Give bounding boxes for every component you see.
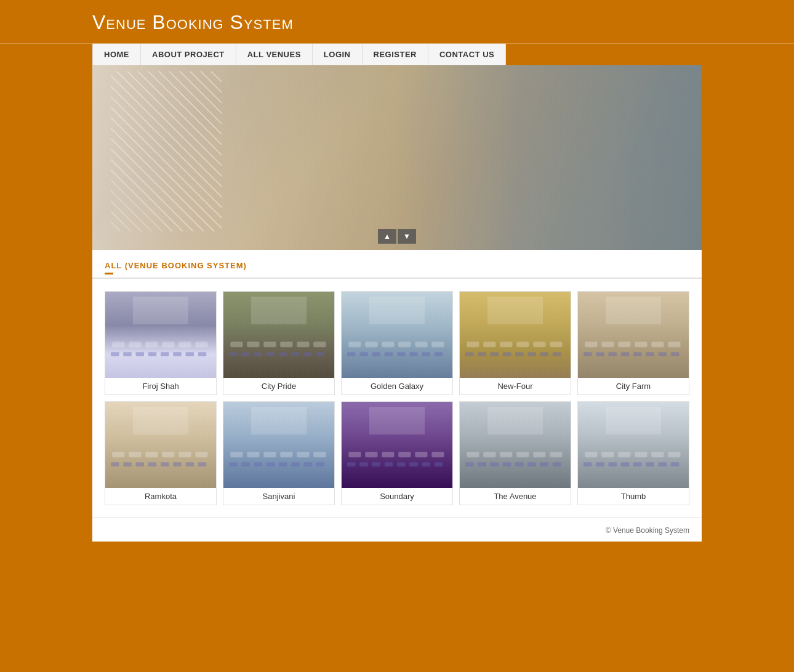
svg-rect-12: [161, 352, 169, 356]
svg-rect-28: [279, 352, 287, 356]
svg-rect-104: [229, 462, 238, 466]
svg-rect-60: [515, 352, 524, 356]
svg-rect-135: [550, 452, 562, 457]
svg-rect-118: [415, 452, 427, 457]
svg-rect-14: [186, 352, 194, 356]
svg-rect-153: [596, 462, 604, 466]
nav-link-register[interactable]: REGISTER: [363, 44, 428, 65]
svg-rect-35: [365, 342, 377, 347]
slider-controls: ▲ ▼: [378, 229, 416, 244]
svg-rect-25: [241, 352, 250, 356]
nav-item-about: ABOUT PROJECT: [141, 44, 236, 65]
venue-name-soundary: Soundary: [342, 488, 452, 505]
svg-rect-30: [304, 352, 313, 356]
svg-rect-84: [145, 452, 158, 457]
venue-image-city-farm: [578, 292, 689, 378]
svg-rect-140: [515, 462, 524, 466]
svg-rect-27: [267, 352, 275, 356]
site-footer: © Venue Booking System: [92, 518, 702, 542]
svg-rect-88: [111, 462, 119, 466]
venue-name-firoj-shah: Firoj Shah: [105, 378, 216, 394]
svg-rect-126: [422, 462, 431, 466]
svg-rect-32: [251, 297, 307, 324]
svg-rect-92: [161, 462, 169, 466]
svg-rect-57: [478, 352, 486, 356]
venue-card-sanjivani[interactable]: Sanjivani: [223, 401, 335, 505]
svg-rect-46: [422, 352, 431, 356]
svg-rect-72: [583, 352, 592, 356]
svg-rect-117: [398, 452, 411, 457]
venue-card-golden-galaxy[interactable]: Golden Galaxy: [341, 291, 453, 395]
svg-rect-159: [671, 462, 680, 466]
svg-rect-67: [601, 342, 614, 347]
svg-rect-120: [347, 462, 356, 466]
nav-link-login[interactable]: LOGIN: [313, 44, 363, 65]
svg-rect-22: [297, 342, 309, 347]
svg-rect-87: [195, 452, 207, 457]
nav-link-about[interactable]: ABOUT PROJECT: [141, 44, 236, 65]
svg-rect-4: [145, 342, 158, 347]
venue-image-thumb: [578, 402, 689, 488]
venue-image-soundary: [342, 402, 452, 488]
svg-rect-51: [483, 342, 495, 347]
svg-rect-143: [553, 462, 561, 466]
venue-name-the-avenue: The Avenue: [460, 488, 571, 505]
svg-rect-102: [297, 452, 309, 457]
svg-rect-16: [133, 297, 188, 324]
svg-rect-107: [267, 462, 275, 466]
venue-name-ramkota: Ramkota: [105, 488, 216, 505]
venue-card-new-four[interactable]: New-Four: [459, 291, 571, 395]
svg-rect-29: [291, 352, 300, 356]
svg-rect-63: [553, 352, 561, 356]
venue-card-soundary[interactable]: Soundary: [341, 401, 453, 505]
svg-rect-74: [609, 352, 617, 356]
svg-rect-148: [618, 452, 630, 457]
svg-rect-53: [516, 342, 529, 347]
nav-item-home: HOME: [92, 44, 141, 65]
venue-card-city-farm[interactable]: City Farm: [577, 291, 689, 395]
slider-prev-button[interactable]: ▲: [378, 229, 396, 244]
main-content: ▲ ▼ ALL (VENUE BOOKING SYSTEM) Firoj Sha…: [92, 65, 702, 518]
svg-rect-83: [129, 452, 141, 457]
svg-rect-111: [316, 462, 325, 466]
svg-rect-47: [435, 352, 443, 356]
svg-rect-21: [280, 342, 292, 347]
venue-name-sanjivani: Sanjivani: [223, 488, 334, 505]
svg-rect-71: [668, 342, 680, 347]
nav-link-contact[interactable]: CONTACT US: [428, 44, 506, 65]
svg-rect-82: [112, 452, 124, 457]
svg-rect-89: [123, 462, 132, 466]
svg-rect-125: [409, 462, 418, 466]
svg-rect-110: [304, 462, 313, 466]
svg-rect-13: [173, 352, 182, 356]
svg-rect-48: [369, 297, 425, 324]
venue-image-ramkota: [105, 402, 216, 488]
svg-rect-115: [365, 452, 377, 457]
svg-rect-36: [382, 342, 394, 347]
slider-next-button[interactable]: ▼: [398, 229, 416, 244]
svg-rect-54: [533, 342, 545, 347]
venue-card-the-avenue[interactable]: The Avenue: [459, 401, 571, 505]
svg-rect-141: [527, 462, 536, 466]
nav-item-allvenues: ALL VENUES: [236, 44, 313, 65]
nav-list: HOMEABOUT PROJECTALL VENUESLOGINREGISTER…: [92, 44, 702, 65]
venue-image-golden-galaxy: [342, 292, 452, 378]
venue-card-firoj-shah[interactable]: Firoj Shah: [105, 291, 217, 395]
svg-rect-127: [435, 462, 443, 466]
svg-rect-68: [618, 342, 630, 347]
svg-rect-109: [291, 462, 300, 466]
venue-card-thumb[interactable]: Thumb: [577, 401, 689, 505]
venue-card-ramkota[interactable]: Ramkota: [105, 401, 217, 505]
svg-rect-91: [148, 462, 157, 466]
svg-rect-9: [123, 352, 132, 356]
svg-rect-128: [369, 407, 425, 434]
svg-rect-59: [503, 352, 511, 356]
nav-link-allvenues[interactable]: ALL VENUES: [236, 44, 313, 65]
svg-rect-151: [668, 452, 680, 457]
venue-card-city-pride[interactable]: City Pride: [223, 291, 335, 395]
svg-rect-19: [247, 342, 259, 347]
nav-link-home[interactable]: HOME: [92, 44, 141, 65]
venue-grid: Firoj ShahCity PrideGolden GalaxyNew-Fou…: [92, 282, 702, 518]
hero-image: [92, 65, 702, 250]
svg-rect-11: [148, 352, 157, 356]
